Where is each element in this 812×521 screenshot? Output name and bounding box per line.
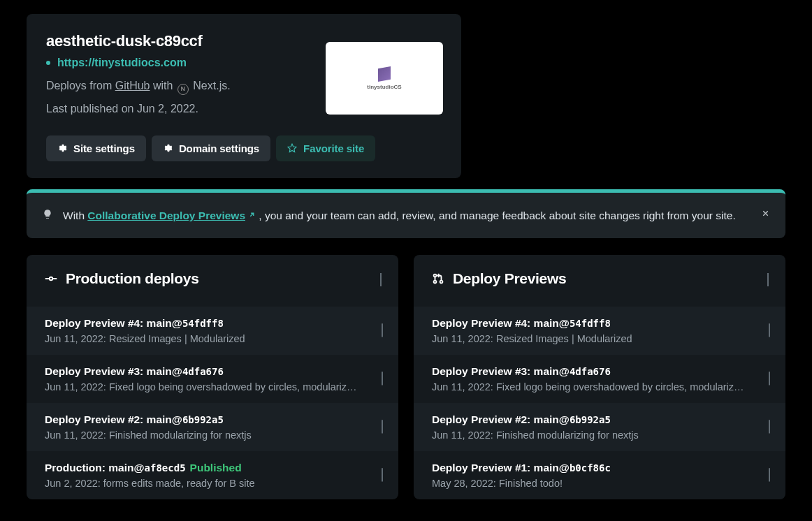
close-banner-button[interactable] xyxy=(758,204,773,224)
svg-point-3 xyxy=(440,281,443,284)
git-provider-link[interactable]: GitHub xyxy=(115,80,150,91)
svg-point-2 xyxy=(434,281,437,284)
favorite-site-button[interactable]: Favorite site xyxy=(276,135,375,161)
button-row: Site settings Domain settings Favorite s… xyxy=(46,135,442,161)
columns: Production deploys Deploy Preview #4: ma… xyxy=(27,255,785,499)
site-thumbnail[interactable]: tinystudioCS xyxy=(326,42,443,115)
pull-request-icon xyxy=(432,272,444,285)
deploy-row[interactable]: Production: main@af8ecd5PublishedJun 2, … xyxy=(27,451,398,499)
site-overview-card: tinystudioCS aesthetic-dusk-c89ccf https… xyxy=(27,14,461,178)
deploy-subtitle: May 28, 2022: Finished todo! xyxy=(432,478,767,489)
site-settings-button[interactable]: Site settings xyxy=(46,135,146,161)
deploy-title: Deploy Preview #3: main@4dfa676 xyxy=(432,365,767,378)
nextjs-icon: N xyxy=(177,84,189,95)
chevron-right-icon xyxy=(382,325,383,337)
deploy-subtitle: Jun 11, 2022: Resized Images | Modulariz… xyxy=(432,333,767,344)
close-icon xyxy=(761,209,770,218)
deploy-row[interactable]: Deploy Preview #1: main@b0cf86cMay 28, 2… xyxy=(414,451,785,499)
domain-settings-button[interactable]: Domain settings xyxy=(152,135,270,161)
chevron-right-icon xyxy=(769,373,770,385)
chevron-right-icon xyxy=(767,274,769,286)
chevron-right-icon xyxy=(382,469,383,481)
collaborative-previews-link[interactable]: Collaborative Deploy Previews xyxy=(87,210,256,221)
deploy-row[interactable]: Deploy Preview #3: main@4dfa676Jun 11, 2… xyxy=(414,355,785,403)
chevron-right-icon xyxy=(769,469,770,481)
deploy-title: Deploy Preview #1: main@b0cf86c xyxy=(432,462,767,474)
gear-icon xyxy=(163,143,173,153)
deploy-previews-column: Deploy Previews Deploy Preview #4: main@… xyxy=(414,255,785,499)
thumbnail-logo-icon xyxy=(378,66,391,82)
star-icon xyxy=(287,143,297,153)
deploy-title: Deploy Preview #2: main@6b992a5 xyxy=(45,413,380,426)
deploy-previews-header[interactable]: Deploy Previews xyxy=(414,255,785,307)
lightbulb-icon xyxy=(42,209,53,220)
svg-point-0 xyxy=(50,277,53,281)
chevron-right-icon xyxy=(380,274,382,286)
deploy-subtitle: Jun 11, 2022: Finished modularizing for … xyxy=(432,430,767,441)
deploy-title: Deploy Preview #4: main@54fdff8 xyxy=(45,317,380,330)
deploy-subtitle: Jun 11, 2022: Fixed logo being overshado… xyxy=(45,381,380,392)
site-url-link[interactable]: https://tinystudiocs.com xyxy=(57,57,187,69)
deploy-subtitle: Jun 11, 2022: Fixed logo being overshado… xyxy=(432,381,767,392)
chevron-right-icon xyxy=(382,421,383,433)
deploy-row[interactable]: Deploy Preview #3: main@4dfa676Jun 11, 2… xyxy=(27,355,398,403)
deploy-subtitle: Jun 11, 2022: Finished modularizing for … xyxy=(45,430,380,441)
deploy-row[interactable]: Deploy Preview #4: main@54fdff8Jun 11, 2… xyxy=(414,307,785,355)
deploy-row[interactable]: Deploy Preview #4: main@54fdff8Jun 11, 2… xyxy=(27,307,398,355)
thumbnail-label: tinystudioCS xyxy=(367,84,401,90)
deploy-row[interactable]: Deploy Preview #2: main@6b992a5Jun 11, 2… xyxy=(27,403,398,451)
chevron-right-icon xyxy=(769,325,770,337)
deploy-title: Deploy Preview #4: main@54fdff8 xyxy=(432,317,767,330)
external-link-icon xyxy=(248,211,256,219)
svg-point-1 xyxy=(434,274,437,277)
production-deploys-header[interactable]: Production deploys xyxy=(27,255,398,307)
published-badge: Published xyxy=(190,462,242,474)
deploy-title: Deploy Preview #2: main@6b992a5 xyxy=(432,413,767,426)
info-banner: With Collaborative Deploy Previews , you… xyxy=(27,189,785,239)
deploy-title: Deploy Preview #3: main@4dfa676 xyxy=(45,365,380,378)
deploy-subtitle: Jun 11, 2022: Resized Images | Modulariz… xyxy=(45,333,380,344)
production-deploys-column: Production deploys Deploy Preview #4: ma… xyxy=(27,255,398,499)
gear-icon xyxy=(57,143,67,153)
chevron-right-icon xyxy=(769,421,770,433)
commit-icon xyxy=(45,272,57,285)
banner-text: With Collaborative Deploy Previews , you… xyxy=(63,207,770,225)
chevron-right-icon xyxy=(382,373,383,385)
status-dot-icon xyxy=(46,61,50,65)
deploy-title: Production: main@af8ecd5Published xyxy=(45,462,380,474)
deploy-subtitle: Jun 2, 2022: forms edits made, ready for… xyxy=(45,478,380,489)
deploy-row[interactable]: Deploy Preview #2: main@6b992a5Jun 11, 2… xyxy=(414,403,785,451)
